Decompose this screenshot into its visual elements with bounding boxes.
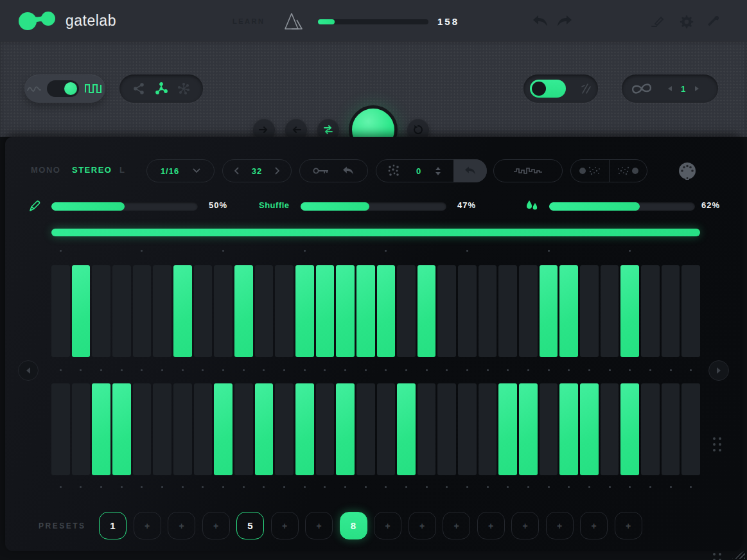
random-undo-button[interactable] [453,159,487,182]
dice-icon[interactable] [387,164,401,178]
step-cell-top-25[interactable] [540,265,558,357]
sine-icon[interactable] [27,84,41,93]
mode-left-channel[interactable]: L [119,165,125,175]
edit-icon[interactable] [650,15,664,28]
step-cell-bottom-4[interactable] [112,383,131,475]
step-cell-top-14[interactable] [316,265,335,357]
share-icon[interactable] [133,83,145,94]
step-cell-top-18[interactable] [397,265,416,357]
step-cell-bottom-6[interactable] [153,383,171,475]
step-cell-bottom-21[interactable] [458,383,477,475]
pattern-b-icon[interactable] [612,164,640,177]
step-cell-top-16[interactable] [356,265,375,357]
step-cell-bottom-1[interactable] [51,383,70,475]
step-cell-top-19[interactable] [417,265,436,357]
step-cell-bottom-18[interactable] [397,383,416,475]
step-cell-top-13[interactable] [295,265,314,357]
preset-slot-7[interactable]: + [305,512,333,539]
preset-slot-1[interactable]: 1 [99,512,127,539]
preset-slot-14[interactable]: + [546,512,574,539]
key-icon[interactable] [313,166,330,175]
step-cell-top-22[interactable] [479,265,497,357]
pattern-a-icon[interactable] [577,164,606,177]
rate-select[interactable]: 1/16 [146,159,215,182]
pencil-icon[interactable] [28,200,41,213]
step-cell-top-10[interactable] [234,265,253,357]
smooth-slider[interactable] [549,202,695,211]
window-resize-grip[interactable] [732,550,745,559]
step-cell-bottom-14[interactable] [316,383,335,475]
step-cell-top-17[interactable] [377,265,396,357]
step-cell-bottom-13[interactable] [295,383,314,475]
step-cell-top-12[interactable] [275,265,294,357]
mix-toggle[interactable] [530,80,566,98]
midi-icon[interactable] [677,161,698,182]
step-cell-bottom-9[interactable] [214,383,233,475]
step-cell-bottom-16[interactable] [356,383,375,475]
step-cell-bottom-24[interactable] [519,383,538,475]
scatter-icon[interactable] [178,83,189,94]
resize-icon[interactable] [707,15,719,28]
step-cell-top-8[interactable] [194,265,213,357]
step-cell-top-11[interactable] [255,265,274,357]
step-cell-bottom-28[interactable] [601,383,619,475]
step-cell-bottom-32[interactable] [681,383,700,475]
step-cell-top-15[interactable] [336,265,355,357]
gate-length-slider[interactable] [51,202,198,211]
step-cell-top-21[interactable] [458,265,477,357]
step-cell-top-28[interactable] [601,265,619,357]
step-cell-bottom-10[interactable] [234,383,253,475]
learn-label[interactable]: LEARN [233,17,265,25]
step-cell-bottom-20[interactable] [437,383,456,475]
strike-icon[interactable] [580,83,592,94]
shift-right-button[interactable] [708,360,729,381]
preset-slot-13[interactable]: + [511,512,539,539]
preset-slot-16[interactable]: + [615,512,642,539]
step-cell-bottom-7[interactable] [173,383,192,475]
master-level-bar[interactable] [51,229,700,236]
row-bottom-grip-icon[interactable] [713,553,722,560]
step-cell-bottom-29[interactable] [620,383,639,475]
preset-slot-4[interactable]: + [202,512,230,539]
step-cell-top-26[interactable] [559,265,578,357]
step-cell-bottom-15[interactable] [336,383,355,475]
chevron-right-icon[interactable] [274,167,279,175]
shift-left-button[interactable] [18,360,39,381]
step-cell-top-9[interactable] [214,265,233,357]
preset-slot-9[interactable]: + [374,512,401,539]
wave-shape-toggle[interactable] [47,80,79,97]
preset-slot-3[interactable]: + [168,512,195,539]
step-cell-top-32[interactable] [681,265,700,357]
step-cell-top-4[interactable] [112,265,131,357]
undo-icon[interactable] [532,14,549,28]
preset-slot-8[interactable]: 8 [340,512,367,539]
step-cell-top-3[interactable] [92,265,110,357]
step-cell-top-31[interactable] [662,265,680,357]
step-cell-bottom-2[interactable] [72,383,91,475]
preset-slot-15[interactable]: + [580,512,608,539]
step-cell-bottom-17[interactable] [377,383,396,475]
square-wave-icon[interactable] [85,83,103,94]
step-cell-bottom-12[interactable] [275,383,294,475]
shuffle-slider[interactable] [301,202,446,211]
settings-icon[interactable] [680,15,694,29]
step-cell-top-29[interactable] [620,265,639,357]
step-cell-bottom-27[interactable] [580,383,599,475]
step-cell-top-30[interactable] [641,265,660,357]
step-cell-top-1[interactable] [51,265,70,357]
step-cell-bottom-3[interactable] [92,383,110,475]
spread-icon[interactable] [155,82,168,95]
row-top-grip-icon[interactable] [713,437,722,453]
chevron-left-icon[interactable] [234,167,240,175]
step-cell-top-23[interactable] [498,265,517,357]
random-amount-stepper[interactable] [435,167,441,175]
metronome-icon[interactable] [283,11,304,31]
redo-icon[interactable] [556,14,573,28]
step-cell-top-6[interactable] [153,265,171,357]
step-cell-bottom-23[interactable] [498,383,517,475]
preset-slot-10[interactable]: + [409,512,436,539]
step-cell-bottom-26[interactable] [559,383,578,475]
preset-slot-12[interactable]: + [477,512,505,539]
undo-icon[interactable] [342,166,355,176]
preset-slot-11[interactable]: + [443,512,470,539]
